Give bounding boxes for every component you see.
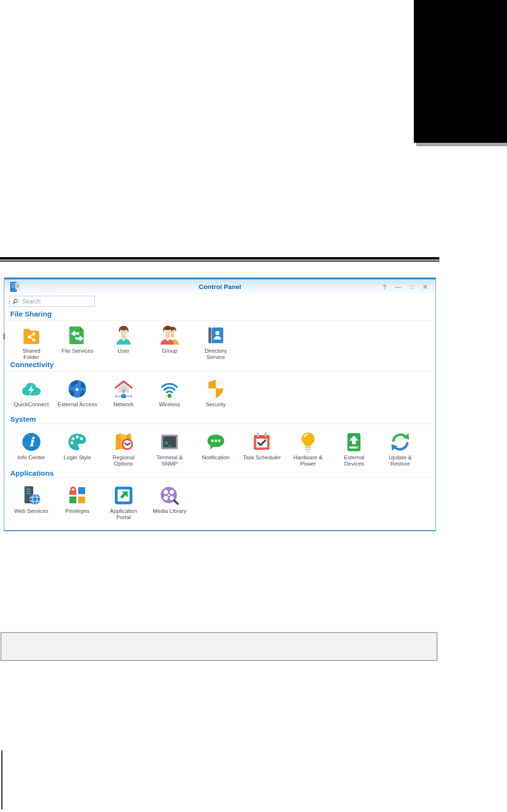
window-title: Control Panel — [4, 279, 436, 294]
item-label: ApplicationPortal — [110, 508, 137, 520]
section-title: System — [10, 415, 36, 423]
item-label: QuickConnect — [14, 401, 49, 408]
window-controls: ? — □ ✕ — [381, 279, 429, 294]
regional-options-icon — [113, 431, 135, 453]
horizontal-divider — [0, 257, 439, 261]
control-panel-item[interactable]: Web Services — [8, 484, 55, 520]
group-icon — [158, 324, 181, 346]
item-label: External Access — [57, 401, 97, 408]
network-icon — [113, 378, 135, 400]
section-divider — [8, 320, 432, 321]
empty-figure-box — [0, 632, 437, 661]
section-title: Connectivity — [10, 360, 54, 369]
section-divider — [8, 371, 432, 372]
section-title: File Sharing — [10, 310, 52, 318]
item-label: Group — [162, 348, 177, 354]
svg-text:>_: >_ — [165, 439, 172, 447]
section-items-row: SharedFolderFile ServicesUserGroupDirect… — [8, 324, 239, 360]
item-label: Login Style — [64, 454, 91, 461]
control-panel-item[interactable]: QuickConnect — [8, 378, 55, 408]
shared-folder-icon — [20, 324, 42, 346]
privileges-icon — [66, 484, 88, 507]
info-center-icon: i — [20, 431, 42, 453]
left-margin-rule — [1, 750, 2, 810]
close-button[interactable]: ✕ — [422, 283, 429, 290]
wireless-icon — [158, 378, 181, 400]
redacted-image-shadow — [416, 143, 507, 146]
terminal-snmp-icon: >_ — [158, 431, 181, 453]
control-panel-item[interactable]: Group — [147, 324, 193, 360]
control-panel-item[interactable]: External Access — [55, 378, 101, 408]
quickconnect-icon — [20, 378, 42, 400]
titlebar[interactable]: Control Panel ? — □ ✕ — [4, 278, 436, 294]
control-panel-item[interactable]: Wireless — [147, 378, 193, 408]
control-panel-item[interactable]: Privileges — [55, 484, 101, 520]
notification-icon — [205, 431, 227, 453]
task-scheduler-icon — [251, 431, 273, 453]
control-panel-item[interactable]: Update &Restore — [377, 431, 423, 467]
control-panel-item[interactable]: Notification — [193, 431, 239, 467]
search-icon — [12, 298, 19, 305]
control-panel-item[interactable]: Security — [193, 378, 239, 408]
control-panel-item[interactable]: iInfo Center — [8, 431, 55, 467]
web-services-icon — [20, 484, 42, 507]
minimize-button[interactable]: — — [394, 283, 402, 290]
item-label: Hardware &Power — [293, 454, 323, 467]
redacted-image-block — [414, 0, 507, 143]
update-restore-icon — [389, 431, 411, 453]
item-label: ExternalDevices — [344, 454, 364, 467]
help-button[interactable]: ? — [381, 283, 388, 290]
section-items-row: iInfo CenterLogin StyleRegionalOptions>_… — [8, 431, 423, 467]
item-label: RegionalOptions — [113, 454, 134, 467]
search-box[interactable] — [9, 296, 95, 307]
item-label: Wireless — [159, 401, 180, 408]
section-items-row: QuickConnectExternal AccessNetworkWirele… — [8, 378, 239, 408]
item-label: Web Services — [14, 508, 48, 514]
control-panel-item[interactable]: Network — [100, 378, 147, 408]
directory-service-icon — [205, 324, 227, 346]
control-panel-item[interactable]: SharedFolder — [8, 324, 55, 360]
section-divider — [8, 424, 432, 424]
item-label: File Services — [61, 348, 93, 354]
search-input[interactable] — [21, 298, 92, 305]
login-style-icon — [66, 431, 88, 453]
item-label: DirectoryService — [205, 348, 227, 360]
external-devices-icon — [343, 431, 365, 453]
control-panel-item[interactable]: Task Scheduler — [239, 431, 285, 467]
item-label: User — [118, 348, 129, 354]
application-portal-icon — [113, 484, 135, 507]
control-panel-item[interactable]: File Services — [55, 324, 101, 360]
maximize-button[interactable]: □ — [408, 283, 415, 290]
item-label: SharedFolder — [22, 348, 40, 360]
item-label: Network — [113, 401, 134, 408]
control-panel-item[interactable]: User — [100, 324, 147, 360]
item-label: Notification — [202, 454, 229, 461]
item-label: Info Center — [17, 454, 45, 461]
user-icon — [113, 324, 135, 346]
control-panel-item[interactable]: Login Style — [55, 431, 101, 467]
section-items-row: Web ServicesPrivilegesApplicationPortalM… — [8, 484, 193, 520]
item-label: Security — [206, 401, 226, 408]
media-library-icon — [158, 484, 181, 507]
section-divider — [8, 477, 432, 478]
item-label: Terminal &SNMP — [156, 454, 183, 467]
file-services-icon — [66, 324, 88, 346]
control-panel-item[interactable]: ApplicationPortal — [100, 484, 147, 520]
control-panel-item[interactable]: Media Library — [147, 484, 193, 520]
item-label: Privileges — [65, 508, 89, 514]
control-panel-window: Control Panel ? — □ ✕ File SharingShared… — [4, 277, 436, 531]
control-panel-item[interactable]: DirectoryService — [193, 324, 239, 360]
item-label: Media Library — [153, 508, 186, 514]
hardware-power-icon — [297, 431, 319, 453]
control-panel-item[interactable]: Hardware &Power — [285, 431, 331, 467]
section-title: Applications — [10, 469, 54, 477]
red-annotation-mark — [3, 333, 5, 339]
item-label: Task Scheduler — [243, 454, 281, 461]
security-icon — [205, 378, 227, 400]
external-access-icon — [66, 378, 88, 400]
item-label: Update &Restore — [389, 454, 412, 467]
control-panel-item[interactable]: RegionalOptions — [100, 431, 147, 467]
control-panel-item[interactable]: >_Terminal &SNMP — [147, 431, 193, 467]
control-panel-item[interactable]: ExternalDevices — [331, 431, 378, 467]
